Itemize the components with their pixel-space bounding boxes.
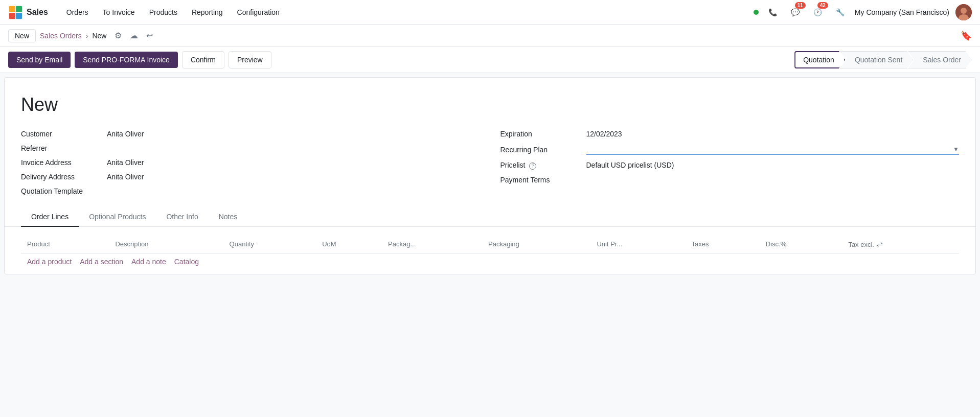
svg-rect-1: [9, 12, 15, 18]
svg-point-5: [961, 8, 967, 14]
phone-icon-btn[interactable]: 📞: [765, 4, 781, 20]
settings-icon-btn[interactable]: 🔧: [832, 4, 849, 20]
col-packaging: Packaging: [482, 235, 590, 253]
pricelist-row: Pricelist ? Default USD pricelist (USD): [500, 161, 960, 170]
app-name: Sales: [27, 8, 48, 17]
col-taxes: Taxes: [686, 235, 760, 253]
pipeline-step-sales-order[interactable]: Sales Order: [908, 51, 972, 68]
expiration-value[interactable]: 12/02/2023: [586, 130, 960, 138]
send-proforma-button[interactable]: Send PRO-FORMA Invoice: [75, 52, 178, 68]
form-section-right: Expiration 12/02/2023 Recurring Plan ▼ P…: [500, 130, 960, 195]
breadcrumb-current: New: [92, 32, 106, 40]
pricelist-label: Pricelist ?: [500, 161, 582, 170]
expiration-label: Expiration: [500, 130, 582, 138]
tab-notes[interactable]: Notes: [209, 207, 248, 227]
activity-icon-btn[interactable]: 🕐 42: [810, 4, 826, 20]
recurring-plan-input[interactable]: [586, 144, 951, 154]
new-button[interactable]: New: [8, 29, 36, 42]
breadcrumb-bar: New Sales Orders › New ⚙ ☁ ↩ 🔖: [0, 25, 980, 47]
nav-products[interactable]: Products: [143, 5, 184, 19]
delivery-address-value[interactable]: Anita Oliver: [107, 173, 480, 181]
form-section-left: Customer Anita Oliver Referrer Invoice A…: [21, 130, 480, 195]
expiration-row: Expiration 12/02/2023: [500, 130, 960, 138]
col-unit-price-abbr: Unit Pr...: [590, 235, 685, 253]
recurring-plan-arrow: ▼: [953, 146, 959, 153]
user-avatar[interactable]: [955, 4, 972, 20]
online-indicator: [754, 10, 759, 15]
company-name: My Company (San Francisco): [855, 8, 949, 16]
form-grid: Customer Anita Oliver Referrer Invoice A…: [21, 130, 959, 195]
nav-reporting[interactable]: Reporting: [186, 5, 229, 19]
col-disc: Disc.%: [760, 235, 842, 253]
activity-icon: 🕐: [813, 8, 822, 16]
payment-terms-label: Payment Terms: [500, 176, 582, 184]
upload-icon[interactable]: ☁: [128, 29, 140, 42]
table-header-row: Product Description Quantity UoM Packag.…: [21, 235, 959, 253]
svg-rect-0: [9, 6, 15, 12]
pricelist-help-icon[interactable]: ?: [529, 163, 536, 170]
col-description: Description: [109, 235, 223, 253]
invoice-address-row: Invoice Address Anita Oliver: [21, 158, 480, 167]
tab-other-info[interactable]: Other Info: [156, 207, 208, 227]
column-adjust-icon[interactable]: ⇌: [876, 240, 883, 248]
activity-badge: 42: [817, 2, 828, 9]
wrench-icon: 🔧: [836, 8, 845, 16]
chat-badge: 11: [795, 2, 806, 9]
form-title: New: [21, 94, 959, 115]
svg-rect-3: [16, 12, 22, 18]
top-navigation: Sales Orders To Invoice Products Reporti…: [0, 0, 980, 25]
nav-to-invoice[interactable]: To Invoice: [97, 5, 141, 19]
add-note-link[interactable]: Add a note: [131, 258, 166, 266]
referrer-row: Referrer: [21, 144, 480, 152]
breadcrumb-parent[interactable]: Sales Orders: [40, 32, 82, 40]
status-pipeline: Quotation Quotation Sent Sales Order: [794, 51, 972, 68]
quotation-template-label: Quotation Template: [21, 187, 103, 195]
nav-configuration[interactable]: Configuration: [231, 5, 286, 19]
recurring-plan-row: Recurring Plan ▼: [500, 144, 960, 155]
customer-label: Customer: [21, 130, 103, 138]
col-product: Product: [21, 235, 109, 253]
tab-optional-products[interactable]: Optional Products: [79, 207, 156, 227]
order-lines-table: Product Description Quantity UoM Packag.…: [21, 235, 959, 253]
gear-icon[interactable]: ⚙: [112, 29, 124, 42]
confirm-button[interactable]: Confirm: [182, 51, 224, 68]
pricelist-value[interactable]: Default USD pricelist (USD): [586, 161, 960, 169]
delivery-address-label: Delivery Address: [21, 173, 103, 181]
recurring-plan-label: Recurring Plan: [500, 146, 582, 154]
nav-links: Orders To Invoice Products Reporting Con…: [60, 5, 754, 19]
order-lines-table-area: Product Description Quantity UoM Packag.…: [21, 227, 959, 274]
action-bar: Send by Email Send PRO-FORMA Invoice Con…: [0, 47, 980, 73]
app-logo[interactable]: Sales: [8, 5, 48, 19]
bookmark-icon[interactable]: 🔖: [961, 30, 972, 41]
chat-icon-btn[interactable]: 💬 11: [787, 4, 804, 20]
nav-right: 📞 💬 11 🕐 42 🔧 My Company (San Francisco): [754, 4, 972, 20]
tabs-bar: Order Lines Optional Products Other Info…: [5, 207, 975, 227]
catalog-link[interactable]: Catalog: [174, 258, 199, 266]
svg-rect-2: [16, 6, 22, 12]
col-tax-excl: Tax excl. ⇌: [842, 235, 959, 253]
main-content: New Customer Anita Oliver Referrer Invoi…: [4, 77, 976, 274]
chat-icon: 💬: [791, 8, 800, 16]
undo-icon[interactable]: ↩: [144, 29, 155, 42]
send-email-button[interactable]: Send by Email: [8, 52, 71, 68]
preview-button[interactable]: Preview: [229, 51, 271, 68]
quotation-template-row: Quotation Template: [21, 187, 480, 195]
tab-order-lines[interactable]: Order Lines: [21, 207, 79, 227]
invoice-address-value[interactable]: Anita Oliver: [107, 158, 480, 167]
add-section-link[interactable]: Add a section: [80, 258, 123, 266]
delivery-address-row: Delivery Address Anita Oliver: [21, 173, 480, 181]
add-product-link[interactable]: Add a product: [27, 258, 72, 266]
customer-value[interactable]: Anita Oliver: [107, 130, 480, 138]
referrer-label: Referrer: [21, 144, 103, 152]
col-packag-abbr: Packag...: [382, 235, 482, 253]
payment-terms-row: Payment Terms: [500, 176, 960, 184]
col-uom: UoM: [316, 235, 382, 253]
pipeline-step-quotation-sent[interactable]: Quotation Sent: [840, 51, 913, 68]
phone-icon: 📞: [768, 8, 777, 16]
breadcrumb-separator: ›: [86, 32, 88, 40]
col-quantity: Quantity: [223, 235, 316, 253]
recurring-plan-select-wrapper: ▼: [586, 144, 960, 155]
breadcrumb-actions: ⚙ ☁ ↩: [112, 29, 155, 42]
pipeline-step-quotation[interactable]: Quotation: [794, 51, 845, 68]
nav-orders[interactable]: Orders: [60, 5, 95, 19]
